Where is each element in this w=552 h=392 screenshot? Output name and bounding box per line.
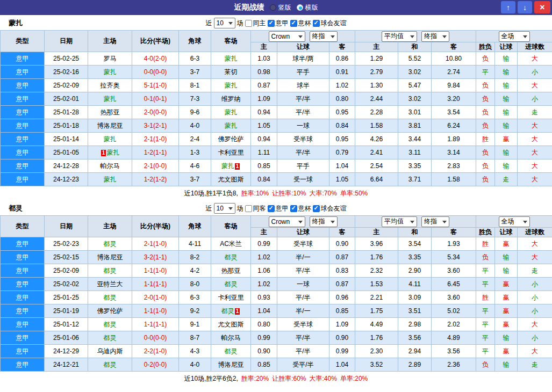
- checkbox-icon[interactable]: [290, 205, 297, 212]
- team-name: 拉齐奥: [101, 82, 120, 89]
- scroll-up-button[interactable]: ↑: [501, 1, 515, 13]
- summary-handicap-rate: 让胜率:60%: [272, 374, 306, 383]
- col-header-away: 客场: [211, 216, 251, 237]
- cell-ah-away-odds: 0.90: [329, 331, 355, 345]
- cell-league: 意甲: [1, 133, 45, 146]
- league-checkbox-friendly[interactable]: 球会友谊: [313, 19, 347, 28]
- team-name: 蒙扎: [104, 176, 117, 183]
- league-checkbox-seriea[interactable]: 意甲: [268, 19, 289, 28]
- cell-ah-home-odds: 1.05: [251, 119, 277, 133]
- team-name: 都灵: [104, 240, 117, 248]
- match-row: 意甲25-02-25罗马4-0(2-0)6-3蒙扎1.03球半/两0.861.2…: [1, 52, 552, 66]
- close-button[interactable]: ×: [534, 1, 550, 13]
- team-name: 蒙扎: [221, 162, 234, 170]
- radio-icon[interactable]: [297, 4, 303, 11]
- cell-score: 3-1(2-1): [132, 119, 179, 133]
- cell-league: 意甲: [1, 331, 45, 345]
- league-checkbox-friendly[interactable]: 球会友谊: [313, 204, 347, 213]
- cell-home-team: 博洛尼亚: [88, 251, 132, 264]
- cell-away-team: 尤文图斯: [211, 318, 251, 331]
- same-venue-checkbox[interactable]: 同主: [245, 19, 266, 28]
- cell-eu-away-odds: 6.45: [432, 278, 476, 291]
- cell-date: 25-02-16: [45, 66, 88, 79]
- cell-ah-line: 平/半: [277, 331, 329, 345]
- checkbox-icon[interactable]: [245, 205, 252, 212]
- cell-goals-result: 大: [518, 318, 552, 331]
- match-row: 意甲25-02-23都灵2-1(1-0)4-11AC米兰0.99受半球0.903…: [1, 237, 552, 251]
- cell-league: 意甲: [1, 318, 45, 331]
- layout-radio-vertical[interactable]: 竖版: [270, 3, 291, 12]
- cell-away-team: 蒙扎: [211, 79, 251, 92]
- team-name: 蒙扎: [104, 68, 117, 76]
- summary-odd-rate: 单率:50%: [340, 189, 368, 198]
- scroll-down-button[interactable]: ↓: [518, 1, 532, 13]
- recent-count-select[interactable]: 10: [214, 203, 235, 214]
- checkbox-icon[interactable]: [313, 20, 320, 27]
- asian-stage-select[interactable]: 终指: [310, 31, 338, 42]
- checkbox-icon[interactable]: [268, 205, 275, 212]
- cell-goals-result: 小: [518, 66, 552, 79]
- col-header-handicap-result: 让球: [495, 228, 518, 237]
- cell-league: 意甲: [1, 358, 45, 372]
- scope-select[interactable]: 全场: [499, 216, 530, 227]
- cell-league: 意甲: [1, 264, 45, 278]
- league-checkbox-seriea[interactable]: 意甲: [268, 204, 289, 213]
- league-checkbox-cup[interactable]: 意杯: [290, 19, 311, 28]
- cell-eu-draw-odds: 3.11: [398, 146, 432, 159]
- cell-corners: 3-7: [179, 66, 211, 79]
- cell-eu-home-odds: 1.30: [355, 79, 398, 92]
- cell-date: 25-02-01: [45, 92, 88, 106]
- bookmaker-select[interactable]: Crown: [269, 31, 305, 42]
- cell-away-team: AC米兰: [211, 237, 251, 251]
- euro-average-select[interactable]: 平均值: [382, 31, 417, 42]
- checkbox-icon[interactable]: [290, 20, 297, 27]
- team-name: AC米兰: [220, 240, 242, 248]
- cell-date: 24-12-29: [45, 345, 88, 358]
- match-row: 意甲24-12-23蒙扎1-2(1-2)3-7尤文图斯0.84受一球1.056.…: [1, 173, 552, 186]
- cell-handicap-result: 赢: [495, 345, 518, 358]
- cell-ah-home-odds: 0.94: [251, 106, 277, 119]
- checkbox-icon[interactable]: [268, 20, 275, 27]
- asian-stage-select[interactable]: 终指: [310, 216, 338, 227]
- cell-ah-away-odds: 0.96: [329, 291, 355, 304]
- matches-label: 场: [237, 204, 243, 213]
- cell-score: 2-1(1-0): [132, 237, 179, 251]
- cell-home-team: 都灵: [88, 264, 132, 278]
- cell-ah-line: 受半球: [277, 318, 329, 331]
- euro-stage-select[interactable]: 终指: [421, 31, 449, 42]
- cell-corners: 4-2: [179, 264, 211, 278]
- cell-corners: 8-7: [179, 331, 211, 345]
- col-header-eu-away: 客: [432, 228, 476, 237]
- euro-average-select[interactable]: 平均值: [382, 216, 417, 227]
- cell-away-team: 佛罗伦萨: [211, 133, 251, 146]
- same-venue-checkbox[interactable]: 同客: [245, 204, 266, 213]
- bookmaker-select[interactable]: Crown: [269, 216, 305, 227]
- cell-league: 意甲: [1, 173, 45, 186]
- euro-stage-select[interactable]: 终指: [421, 216, 449, 227]
- cell-eu-home-odds: 2.28: [355, 106, 398, 119]
- cell-eu-away-odds: 9.84: [432, 79, 476, 92]
- cell-corners: 4-11: [179, 237, 211, 251]
- asian-odds-dropdowns: Crown 终指: [251, 31, 355, 42]
- cell-goals-result: 大: [518, 237, 552, 251]
- radio-icon[interactable]: [270, 4, 276, 11]
- scope-select[interactable]: 全场: [499, 31, 530, 42]
- cell-ah-home-odds: 0.98: [251, 66, 277, 79]
- layout-radio-horizontal[interactable]: 横版: [297, 3, 318, 12]
- cell-eu-draw-odds: 3.35: [398, 159, 432, 173]
- cell-eu-draw-odds: 4.11: [398, 278, 432, 291]
- cell-score: 3-2(1-1): [132, 251, 179, 264]
- cell-result: 负: [476, 358, 495, 372]
- match-row: 意甲25-02-16蒙扎0-0(0-0)3-7莱切0.98平手0.912.793…: [1, 66, 552, 79]
- recent-count-select[interactable]: 10: [214, 18, 235, 28]
- team-name: 蒙扎: [225, 122, 238, 129]
- cell-home-team: 1蒙扎: [88, 146, 132, 159]
- cell-eu-away-odds: 4.89: [432, 331, 476, 345]
- cell-goals-result: 走: [518, 358, 552, 372]
- cell-corners: 9-2: [179, 304, 211, 318]
- cell-result: 负: [476, 52, 495, 66]
- league-checkbox-cup[interactable]: 意杯: [290, 204, 311, 213]
- cell-handicap-result: 输: [495, 146, 518, 159]
- checkbox-icon[interactable]: [245, 20, 252, 27]
- checkbox-icon[interactable]: [313, 205, 320, 212]
